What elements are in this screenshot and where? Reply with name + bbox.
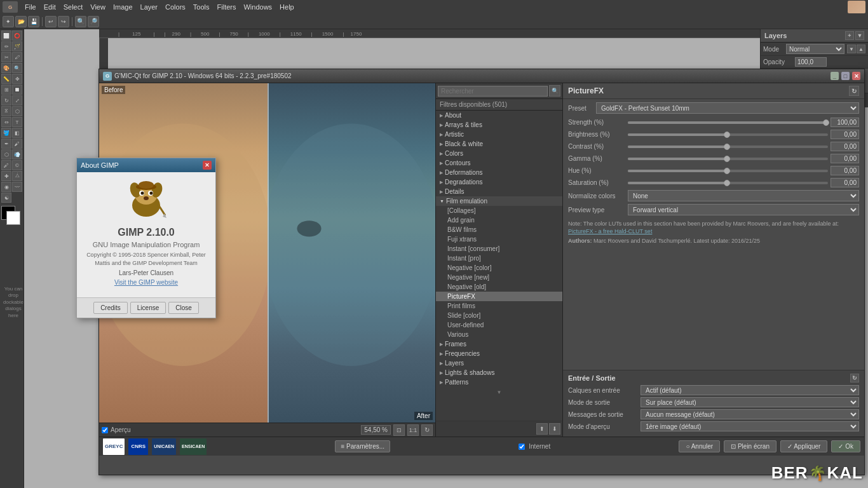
filter-category-lights[interactable]: ▶ Lights & shadows bbox=[436, 368, 562, 377]
credits-button[interactable]: Credits bbox=[93, 302, 128, 314]
tool-dodge-burn[interactable]: ☯ bbox=[1, 193, 11, 203]
toolbar-btn-save[interactable]: 💾 bbox=[28, 16, 39, 27]
cancel-button[interactable]: ○ Annuler bbox=[679, 440, 720, 452]
menu-bar[interactable]: G File Edit Select View Image Layer Colo… bbox=[0, 0, 868, 14]
params-button[interactable]: ≡ Paramètres... bbox=[335, 440, 390, 452]
filter-item-negative-old[interactable]: Negative [old] bbox=[436, 282, 562, 292]
filter-item-add-grain[interactable]: Add grain bbox=[436, 215, 562, 225]
settings-refresh-icon[interactable]: ↻ bbox=[849, 86, 859, 96]
gmic-close-btn[interactable]: ✕ bbox=[852, 72, 860, 80]
gmic-minimize-btn[interactable]: _ bbox=[831, 72, 839, 80]
preview-type-select[interactable]: Forward vertical bbox=[628, 204, 859, 215]
filter-category-degradations[interactable]: ▶ Degradations bbox=[436, 177, 562, 187]
tool-paintbrush[interactable]: 🖌 bbox=[12, 139, 22, 149]
brightness-value[interactable] bbox=[831, 130, 859, 139]
filter-category-layers[interactable]: ▶ Layers bbox=[436, 358, 562, 368]
input-layer-select[interactable]: Actif (défaut) bbox=[641, 385, 859, 395]
tool-scale[interactable]: ⤢ bbox=[12, 95, 22, 105]
filter-category-about[interactable]: ▶ About bbox=[436, 111, 562, 120]
menu-edit[interactable]: Edit bbox=[41, 2, 59, 12]
tool-eraser[interactable]: ⬡ bbox=[1, 149, 11, 159]
menu-layer[interactable]: Layer bbox=[137, 2, 161, 12]
filter-category-artistic[interactable]: ▶ Artistic bbox=[436, 130, 562, 139]
contrast-slider[interactable] bbox=[628, 146, 828, 148]
tool-rect-select[interactable]: ⬜ bbox=[1, 30, 11, 41]
filters-search-input[interactable] bbox=[438, 86, 548, 97]
ok-button[interactable]: ✓ Ok bbox=[831, 440, 860, 452]
filter-item-slide-color[interactable]: Slide [color] bbox=[436, 311, 562, 320]
filter-category-film[interactable]: ▼ Film emulation bbox=[436, 196, 562, 206]
preview-zoom-100-btn[interactable]: 1:1 bbox=[407, 424, 419, 436]
search-icon[interactable]: 🔍 bbox=[549, 85, 560, 97]
layers-mode-extra[interactable]: ▼ ▲ bbox=[847, 44, 865, 53]
preview-checkbox[interactable] bbox=[102, 427, 108, 433]
filter-category-frequencies[interactable]: ▶ Frequencies bbox=[436, 349, 562, 358]
filter-category-details[interactable]: ▶ Details bbox=[436, 187, 562, 196]
preview-refresh-btn[interactable]: ↻ bbox=[421, 424, 433, 436]
menu-file[interactable]: File bbox=[22, 2, 39, 12]
filter-category-patterns[interactable]: ▶ Patterns bbox=[436, 377, 562, 387]
layers-opacity-input[interactable] bbox=[795, 57, 827, 67]
internet-checkbox[interactable] bbox=[519, 444, 525, 450]
tool-ink[interactable]: 🖋 bbox=[1, 160, 11, 170]
tool-free-select[interactable]: ✏ bbox=[1, 41, 11, 51]
filter-category-contours[interactable]: ▶ Contours bbox=[436, 158, 562, 168]
saturation-slider[interactable] bbox=[628, 182, 828, 184]
menu-view[interactable]: View bbox=[87, 2, 109, 12]
contrast-value[interactable] bbox=[831, 142, 859, 151]
license-button[interactable]: License bbox=[130, 302, 166, 314]
tool-shear[interactable]: ⧖ bbox=[1, 106, 11, 116]
tool-blur-sharpen[interactable]: ◉ bbox=[1, 182, 11, 192]
close-dialog-button[interactable]: Close bbox=[168, 302, 199, 314]
menu-windows[interactable]: Windows bbox=[240, 2, 275, 12]
tool-scissors[interactable]: ✂ bbox=[1, 52, 11, 62]
menu-colors[interactable]: Colors bbox=[162, 2, 189, 12]
filter-item-print-films[interactable]: Print films bbox=[436, 301, 562, 311]
tool-airbrush[interactable]: 💨 bbox=[12, 149, 22, 159]
menu-help[interactable]: Help bbox=[276, 2, 297, 12]
about-close-btn[interactable]: ✕ bbox=[203, 161, 212, 170]
tool-pencil[interactable]: ✒ bbox=[1, 139, 11, 149]
filter-item-negative-color[interactable]: Negative [color] bbox=[436, 263, 562, 273]
toolbar-btn-open[interactable]: 📂 bbox=[15, 16, 27, 27]
tool-perspective[interactable]: ⬡ bbox=[12, 106, 22, 116]
output-mode-select[interactable]: Sur place (défaut) bbox=[641, 397, 859, 407]
brightness-slider[interactable] bbox=[628, 133, 828, 136]
messages-select[interactable]: Aucun message (défaut) bbox=[641, 409, 859, 419]
tool-ellipse-select[interactable]: ⭕ bbox=[12, 30, 22, 41]
gmic-maximize-btn[interactable]: □ bbox=[841, 72, 850, 80]
filter-category-colors[interactable]: ▶ Colors bbox=[436, 149, 562, 158]
menu-select[interactable]: Select bbox=[60, 2, 86, 12]
tool-rotate[interactable]: ↻ bbox=[1, 95, 11, 105]
tool-bucket-fill[interactable]: 🪣 bbox=[1, 128, 11, 138]
menu-image[interactable]: Image bbox=[110, 2, 136, 12]
fullscreen-button[interactable]: ⊡ Plein écran bbox=[724, 440, 776, 452]
strength-slider[interactable] bbox=[628, 121, 828, 124]
tool-zoom[interactable]: 🔍 bbox=[12, 63, 22, 73]
apply-button[interactable]: ✓ Appliquer bbox=[780, 440, 828, 452]
tool-perspective-clone[interactable]: ⧊ bbox=[12, 171, 22, 181]
layer-options-icon[interactable]: ▼ bbox=[855, 31, 864, 40]
tool-crop[interactable]: 🔲 bbox=[12, 85, 22, 95]
strength-value[interactable] bbox=[831, 118, 859, 127]
tool-paths[interactable]: 🖊 bbox=[12, 52, 22, 62]
tool-flip[interactable]: ⇔ bbox=[1, 117, 11, 127]
picturefx-link[interactable]: PictureFX - a free Hald-CLUT set bbox=[568, 228, 652, 234]
hue-slider[interactable] bbox=[628, 170, 828, 172]
tool-clone[interactable]: © bbox=[12, 160, 22, 170]
tool-fuzzy-select[interactable]: 🪄 bbox=[12, 41, 22, 51]
gamma-slider[interactable] bbox=[628, 158, 828, 160]
fg-bg-colors[interactable] bbox=[1, 206, 22, 225]
filter-category-frames[interactable]: ▶ Frames bbox=[436, 339, 562, 349]
toolbar-btn-redo[interactable]: ↪ bbox=[58, 16, 69, 27]
preview-mode-select[interactable]: 1ère image (défaut) bbox=[641, 421, 859, 431]
filter-item-negative-new[interactable]: Negative [new] bbox=[436, 273, 562, 282]
filter-item-instant-pro[interactable]: Instant [pro] bbox=[436, 254, 562, 263]
saturation-value[interactable] bbox=[831, 178, 859, 187]
filter-item-picturefx[interactable]: PictureFX bbox=[436, 292, 562, 301]
filter-item-various[interactable]: Various bbox=[436, 330, 562, 339]
preview-zoom-fit-btn[interactable]: ⊡ bbox=[393, 424, 405, 436]
tool-move[interactable]: ✥ bbox=[12, 74, 22, 84]
menu-filters[interactable]: Filters bbox=[214, 2, 240, 12]
filter-item-collages[interactable]: [Collages] bbox=[436, 206, 562, 215]
